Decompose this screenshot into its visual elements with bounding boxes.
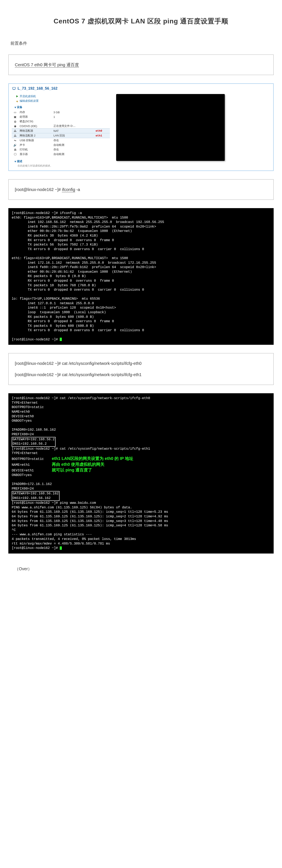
cmd-box-2: [root@linux-node162 ~]# cat /etc/sysconf… — [8, 353, 274, 385]
svg-marker-2 — [16, 95, 18, 97]
device-name: 处理器 — [19, 115, 52, 119]
device-icon: ◍ — [12, 119, 19, 124]
svg-rect-0 — [12, 87, 15, 89]
device-name: 网络适配器 2 — [19, 133, 52, 138]
device-value: NAT — [52, 128, 94, 133]
device-name: CD/DVD (IDE) — [19, 124, 52, 128]
device-value: 1 — [52, 115, 94, 119]
cursor — [60, 338, 62, 341]
device-value: 存在 — [52, 147, 94, 152]
device-annotation — [94, 143, 110, 147]
device-annotation: eth0 — [94, 128, 110, 133]
device-row[interactable]: 🖧网络适配器NATeth0 — [12, 128, 110, 133]
vm-title-text: L_73_192_168_56_162 — [18, 86, 57, 91]
device-name: 内存 — [19, 110, 52, 115]
device-name: 打印机 — [19, 147, 52, 152]
desc-section-header[interactable]: ▾ 描述 — [14, 159, 110, 163]
vm-play-action[interactable]: 开启此虚拟机 — [12, 94, 110, 99]
device-annotation — [94, 124, 110, 128]
precondition-label: 前置条件 — [10, 40, 276, 46]
device-name: 网络适配器 — [19, 128, 52, 133]
vm-window: L_73_192_168_56_162 开启此虚拟机 编辑虚拟机设置 ▾ 设备 … — [8, 83, 274, 171]
device-icon: 🖧 — [12, 133, 19, 138]
device-name: 显示器 — [19, 152, 52, 156]
device-value — [52, 119, 94, 124]
device-row[interactable]: 🖶打印机存在 — [12, 147, 110, 152]
vm-icon — [12, 87, 16, 91]
device-annotation: eth1 — [94, 133, 110, 138]
device-annotation — [94, 147, 110, 152]
device-value: 存在 — [52, 138, 94, 143]
device-icon: 🖧 — [12, 128, 19, 133]
desc-section-label: 描述 — [17, 159, 22, 163]
terminal-ifconfig: [root@linux-node162 ~]# ifconfig -a eth0… — [8, 208, 274, 345]
device-icon: 🖵 — [12, 152, 19, 156]
cmd-cat-eth1: [root@linux-node162 ~]# cat /etc/sysconf… — [15, 371, 267, 378]
vm-play-label: 开启此虚拟机 — [20, 94, 36, 98]
vm-devices-table: ▭内存3 GB▣处理器1◍硬盘(SCSI)◉CD/DVD (IDE)正在使用文件… — [12, 110, 110, 156]
device-value: 自动检测 — [52, 143, 94, 147]
device-row[interactable]: 🖧网络适配器 2LAN 区段eth1 — [12, 133, 110, 138]
device-row[interactable]: ◉CD/DVD (IDE)正在使用文件 D:... — [12, 124, 110, 128]
vm-edit-label: 编辑虚拟机设置 — [20, 99, 39, 103]
device-value: 正在使用文件 D:... — [52, 124, 94, 128]
device-icon: ▭ — [12, 110, 19, 115]
vm-title-bar: L_73_192_168_56_162 — [9, 84, 273, 92]
device-name: USB 控制器 — [19, 138, 52, 143]
device-annotation — [94, 115, 110, 119]
precondition-text: CentOS 7 eth0 网卡可 ping 通百度 — [15, 62, 79, 67]
device-row[interactable]: 🖵显示器自动检测 — [12, 152, 110, 156]
device-icon: ⇋ — [12, 138, 19, 143]
cmd-ifconfig: ifconfig — [62, 187, 75, 192]
vm-console-preview[interactable] — [116, 94, 225, 161]
cmd-prompt: [root@linux-node162 ~]# — [15, 187, 62, 192]
terminal-ifcfg: [root@linux-node162 ~]# cat /etc/sysconf… — [8, 393, 274, 554]
precondition-box: CentOS 7 eth0 网卡可 ping 通百度 — [8, 55, 274, 75]
device-annotation — [94, 119, 110, 124]
device-value: LAN 区段 — [52, 133, 94, 138]
device-value: 自动检测 — [52, 152, 94, 156]
device-icon: ▣ — [12, 115, 19, 119]
device-row[interactable]: 🔊声卡自动检测 — [12, 143, 110, 147]
device-row[interactable]: ▭内存3 GB — [12, 110, 110, 115]
device-annotation — [94, 110, 110, 115]
collapse-icon: ▾ — [14, 160, 16, 163]
terminal-ifconfig-content: [root@linux-node162 ~]# ifconfig -a eth0… — [12, 211, 164, 341]
device-annotation — [94, 152, 110, 156]
wrench-icon — [16, 100, 19, 102]
devices-section-header[interactable]: ▾ 设备 — [14, 105, 110, 109]
cmd-flag: -a — [75, 187, 80, 192]
device-row[interactable]: ⇋USB 控制器存在 — [12, 138, 110, 143]
device-icon: 🖶 — [12, 147, 19, 152]
page-title: CentOS 7 虚拟机双网卡 LAN 区段 ping 通百度设置手顺 — [6, 17, 276, 26]
cmd-cat-eth0: [root@linux-node162 ~]# cat /etc/sysconf… — [15, 360, 267, 367]
device-icon: 🔊 — [12, 143, 19, 147]
device-row[interactable]: ▣处理器1 — [12, 115, 110, 119]
collapse-icon: ▾ — [14, 106, 16, 109]
device-annotation — [94, 138, 110, 143]
device-name: 声卡 — [19, 143, 52, 147]
device-value: 3 GB — [52, 110, 94, 115]
devices-section-label: 设备 — [17, 105, 22, 109]
device-icon: ◉ — [12, 124, 19, 128]
svg-rect-1 — [13, 89, 14, 90]
cmd-box-1: [root@linux-node162 ~]# ifconfig -a — [8, 179, 274, 200]
over-label: （Over） — [14, 566, 276, 572]
device-row[interactable]: ◍硬盘(SCSI) — [12, 119, 110, 124]
vm-edit-action[interactable]: 编辑虚拟机设置 — [12, 99, 110, 103]
play-icon — [16, 95, 19, 98]
device-name: 硬盘(SCSI) — [19, 119, 52, 124]
vm-desc-placeholder: 在此处键入对该虚拟机的描述。 — [18, 164, 110, 167]
